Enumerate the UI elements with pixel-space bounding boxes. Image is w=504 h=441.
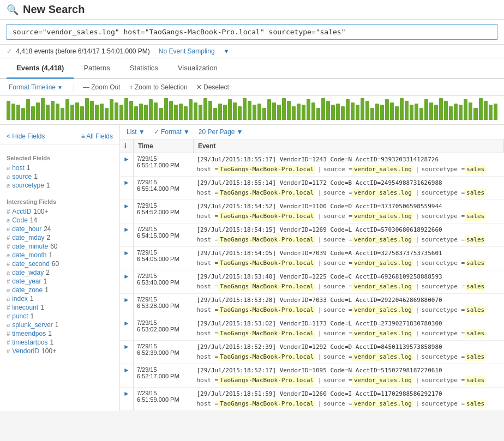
- tab-statistics[interactable]: Statistics: [120, 58, 168, 79]
- source-value[interactable]: vendor_sales.log: [352, 282, 413, 292]
- host-label: host =: [196, 259, 218, 268]
- expand-row-button[interactable]: ►: [123, 366, 130, 374]
- source-value[interactable]: vendor_sales.log: [352, 165, 413, 174]
- host-value[interactable]: TaoGangs-MacBook-Pro.local: [218, 165, 315, 174]
- expand-row-button[interactable]: ►: [123, 202, 130, 210]
- host-value[interactable]: TaoGangs-MacBook-Pro.local: [218, 189, 315, 198]
- sourcetype-value[interactable]: sales: [465, 189, 486, 198]
- zoom-out-button[interactable]: — Zoom Out: [83, 83, 121, 91]
- deselect-button[interactable]: ✕ Deselect: [196, 83, 229, 91]
- source-value[interactable]: vendor_sales.log: [352, 259, 413, 268]
- time-cell: 7/29/15 6:52:39.000 PM: [133, 341, 193, 364]
- selected-field-item[interactable]: ahost1: [7, 164, 113, 172]
- source-value[interactable]: vendor_sales.log: [352, 235, 413, 245]
- sourcetype-value[interactable]: sales: [465, 353, 486, 362]
- tab-patterns[interactable]: Patterns: [74, 58, 119, 79]
- selected-field-item[interactable]: asource1: [7, 172, 113, 181]
- host-value[interactable]: TaoGangs-MacBook-Pro.local: [218, 353, 315, 362]
- interesting-field-item[interactable]: #linecount1: [7, 303, 113, 312]
- expand-row-button[interactable]: ►: [123, 296, 130, 304]
- search-input[interactable]: [7, 24, 497, 40]
- interesting-field-item[interactable]: #VendorID100+: [7, 347, 113, 355]
- expand-row-button[interactable]: ►: [123, 179, 130, 186]
- timeline-bar-item: [267, 99, 271, 120]
- expand-row-button[interactable]: ►: [123, 319, 130, 327]
- sourcetype-value[interactable]: sales: [465, 376, 486, 385]
- source-label: source =: [323, 400, 352, 409]
- interesting-field-item[interactable]: aindex1: [7, 294, 113, 303]
- source-value[interactable]: vendor_sales.log: [352, 306, 413, 315]
- sourcetype-value[interactable]: sales: [465, 329, 486, 339]
- interesting-field-item[interactable]: #timeendpos1: [7, 329, 113, 338]
- field-name: timeendpos: [12, 330, 46, 337]
- interesting-field-item[interactable]: asplunk_server1: [7, 321, 113, 329]
- per-page-button[interactable]: 20 Per Page ▼: [199, 128, 243, 136]
- th-i: i: [120, 140, 133, 153]
- source-value[interactable]: vendor_sales.log: [352, 212, 413, 221]
- timeline-bar-item: [375, 104, 379, 120]
- format-timeline-button[interactable]: Format Timeline ▼: [7, 82, 65, 92]
- sourcetype-value[interactable]: sales: [465, 165, 486, 174]
- sourcetype-value[interactable]: sales: [465, 235, 486, 245]
- host-value[interactable]: TaoGangs-MacBook-Pro.local: [218, 259, 315, 268]
- expand-row-button[interactable]: ►: [123, 390, 130, 397]
- all-fields-link[interactable]: ≡ All Fields: [81, 132, 113, 140]
- interesting-field-item[interactable]: #AcctID100+: [7, 207, 113, 216]
- timeline-bar-item: [489, 105, 493, 120]
- expand-row-button[interactable]: ►: [123, 155, 130, 163]
- sourcetype-value[interactable]: sales: [465, 259, 486, 268]
- sampling-link[interactable]: No Event Sampling: [159, 47, 215, 55]
- interesting-field-item[interactable]: #date_hour24: [7, 225, 113, 233]
- event-cell: [29/Jul/2015:18:53:02] VendorID=1173 Cod…: [193, 317, 503, 341]
- source-value[interactable]: vendor_sales.log: [352, 376, 413, 385]
- interesting-field-item[interactable]: #date_mday2: [7, 233, 113, 242]
- source-label: source =: [323, 329, 352, 339]
- source-value[interactable]: vendor_sales.log: [352, 329, 413, 339]
- selected-field-item[interactable]: asourcetype1: [7, 181, 113, 190]
- host-value[interactable]: TaoGangs-MacBook-Pro.local: [218, 212, 315, 221]
- source-value[interactable]: vendor_sales.log: [352, 400, 413, 409]
- interesting-field-item[interactable]: #punct1: [7, 312, 113, 321]
- field-type: a: [7, 287, 10, 293]
- interesting-field-item[interactable]: aCode14: [7, 216, 113, 225]
- expand-row-button[interactable]: ►: [123, 226, 130, 233]
- expand-row-button[interactable]: ►: [123, 249, 130, 257]
- source-value[interactable]: vendor_sales.log: [352, 353, 413, 362]
- interesting-field-item[interactable]: #date_second60: [7, 259, 113, 268]
- tab-events[interactable]: Events (4,418): [7, 58, 74, 79]
- event-main-text: [29/Jul/2015:18:54:05] VendorID=7039 Cod…: [196, 249, 500, 258]
- expand-cell: ►: [120, 317, 133, 341]
- source-value[interactable]: vendor_sales.log: [352, 189, 413, 198]
- expand-row-button[interactable]: ►: [123, 273, 130, 280]
- host-value[interactable]: TaoGangs-MacBook-Pro.local: [218, 235, 315, 245]
- sourcetype-value[interactable]: sales: [465, 400, 486, 409]
- table-row: ►7/29/15 6:52:39.000 PM[29/Jul/2015:18:5…: [120, 341, 504, 364]
- sourcetype-value[interactable]: sales: [465, 212, 486, 221]
- list-view-button[interactable]: List ▼: [127, 128, 145, 136]
- timeline-bar-item: [311, 102, 315, 120]
- interesting-field-item[interactable]: adate_wday2: [7, 268, 113, 277]
- field-count: 1: [55, 321, 59, 329]
- host-value[interactable]: TaoGangs-MacBook-Pro.local: [218, 376, 315, 385]
- tab-visualization[interactable]: Visualization: [168, 58, 227, 79]
- field-type: a: [7, 322, 10, 328]
- host-value[interactable]: TaoGangs-MacBook-Pro.local: [218, 400, 315, 409]
- host-value[interactable]: TaoGangs-MacBook-Pro.local: [218, 282, 315, 292]
- expand-row-button[interactable]: ►: [123, 343, 130, 351]
- interesting-field-item[interactable]: #timestartpos1: [7, 338, 113, 347]
- timeline-bar-item: [473, 108, 477, 120]
- interesting-field-item[interactable]: #date_minute60: [7, 242, 113, 251]
- host-value[interactable]: TaoGangs-MacBook-Pro.local: [218, 329, 315, 339]
- sourcetype-value[interactable]: sales: [465, 282, 486, 292]
- interesting-field-item[interactable]: adate_zone1: [7, 286, 113, 294]
- sourcetype-value[interactable]: sales: [465, 306, 486, 315]
- interesting-field-item[interactable]: #date_year1: [7, 277, 113, 286]
- format-button[interactable]: ✓ Format ▼: [154, 128, 190, 136]
- sourcetype-label: sourcetype =: [422, 353, 465, 362]
- zoom-out-label: — Zoom Out: [83, 83, 121, 91]
- host-value[interactable]: TaoGangs-MacBook-Pro.local: [218, 306, 315, 315]
- interesting-field-item[interactable]: adate_month1: [7, 251, 113, 259]
- hide-fields-link[interactable]: < Hide Fields: [7, 132, 45, 140]
- timeline-bar-item: [51, 101, 55, 120]
- zoom-to-selection-button[interactable]: + Zoom to Selection: [129, 83, 188, 91]
